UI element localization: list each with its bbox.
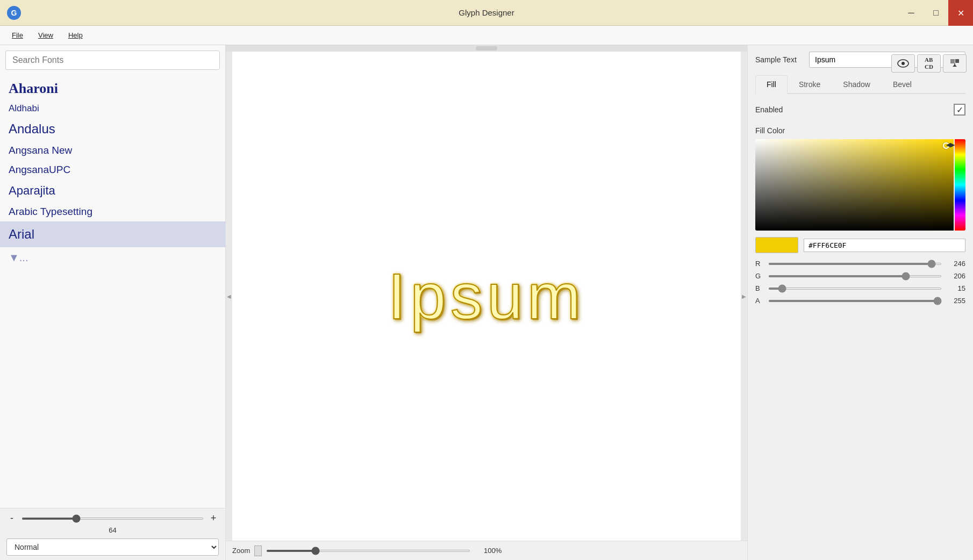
color-hex-input[interactable] — [804, 239, 965, 252]
g-slider-row: G 206 — [755, 272, 965, 280]
canvas-scroll-left[interactable]: ◀ — [226, 52, 232, 541]
help-menu[interactable]: Help — [61, 29, 90, 41]
zoom-slider[interactable] — [266, 550, 470, 552]
tab-shadow[interactable]: Shadow — [832, 75, 882, 93]
enabled-label: Enabled — [755, 105, 783, 114]
font-item-andalus[interactable]: Andalus — [0, 117, 225, 141]
size-slider[interactable] — [22, 518, 204, 520]
export-button[interactable] — [943, 54, 967, 73]
canvas-scroll-top — [226, 45, 747, 52]
tab-fill[interactable]: Fill — [755, 75, 788, 94]
canvas-inner: ◀ Ipsum ▶ — [226, 52, 747, 541]
svg-text:G: G — [11, 9, 17, 17]
font-item-angsanaupc[interactable]: AngsanaUPC — [0, 160, 225, 180]
enabled-checkbox[interactable]: ✓ — [954, 104, 965, 116]
b-slider-row: B 15 — [755, 284, 965, 292]
svg-rect-5 — [955, 59, 959, 63]
enabled-row: Enabled ✓ — [755, 102, 965, 118]
zoom-label: Zoom — [232, 547, 250, 555]
canvas-scroll-right[interactable]: ▶ — [741, 52, 747, 541]
r-slider[interactable] — [768, 263, 942, 265]
b-label: B — [755, 284, 764, 292]
text-view-button[interactable]: ABCD — [917, 54, 941, 73]
a-slider-row: A 255 — [755, 297, 965, 305]
sample-text-label: Sample Text — [755, 55, 804, 64]
style-dropdown[interactable]: Normal Bold Italic Bold Italic — [6, 539, 219, 556]
g-value: 206 — [946, 272, 965, 280]
r-label: R — [755, 260, 764, 268]
hue-arrow[interactable]: ◀▶ — [946, 141, 955, 148]
toolbar-right: ABCD — [891, 54, 967, 73]
g-label: G — [755, 272, 764, 280]
color-swatch-row — [755, 237, 965, 253]
restore-button[interactable]: □ — [924, 0, 948, 26]
r-slider-row: R 246 — [755, 260, 965, 268]
fill-color-label: Fill Color — [755, 126, 965, 135]
right-panel: Sample Text Fill Stroke Shadow Bevel Ena… — [747, 45, 973, 560]
search-input[interactable] — [5, 51, 220, 70]
font-item-angsana-new[interactable]: Angsana New — [0, 141, 225, 160]
canvas-area: ◀ Ipsum ▶ Zoom 100% — [226, 45, 747, 560]
size-increase-button[interactable]: + — [208, 513, 219, 524]
canvas-text-display: Ipsum — [388, 259, 585, 333]
window-controls: ─ □ ✕ — [899, 0, 973, 26]
b-slider[interactable] — [768, 288, 942, 290]
a-slider[interactable] — [768, 300, 942, 302]
svg-point-3 — [902, 62, 905, 65]
minimize-button[interactable]: ─ — [899, 0, 924, 26]
font-item-arial[interactable]: Arial — [0, 221, 225, 247]
main-layout: Aharoni Aldhabi Andalus Angsana New Angs… — [0, 45, 973, 560]
g-slider[interactable] — [768, 275, 942, 277]
font-list: Aharoni Aldhabi Andalus Angsana New Angs… — [0, 73, 225, 508]
view-menu[interactable]: View — [31, 29, 61, 41]
size-controls: - + 64 Normal Bold Italic Bold Italic — [0, 508, 225, 560]
window-title: Glyph Designer — [459, 8, 514, 17]
r-value: 246 — [946, 260, 965, 268]
size-decrease-button[interactable]: - — [6, 513, 17, 524]
title-bar: G Glyph Designer ─ □ ✕ — [0, 0, 973, 26]
left-panel: Aharoni Aldhabi Andalus Angsana New Angs… — [0, 45, 226, 560]
zoom-value: 100% — [475, 547, 502, 555]
a-label: A — [755, 297, 764, 305]
font-item-arabic-typesetting[interactable]: Arabic Typesetting — [0, 202, 225, 221]
size-value: 64 — [6, 526, 219, 534]
a-value: 255 — [946, 297, 965, 305]
svg-rect-4 — [950, 59, 955, 63]
menu-bar: File View Help ABCD — [0, 26, 973, 45]
color-picker-container[interactable]: ◀▶ — [755, 139, 965, 231]
preview-button[interactable] — [891, 54, 915, 73]
b-value: 15 — [946, 284, 965, 292]
font-item-aharoni[interactable]: Aharoni — [0, 75, 225, 100]
font-item-next[interactable]: ▼... — [0, 247, 225, 268]
tab-bevel[interactable]: Bevel — [882, 75, 923, 93]
app-icon: G — [6, 5, 22, 20]
color-swatch[interactable] — [755, 237, 798, 253]
tab-stroke[interactable]: Stroke — [788, 75, 832, 93]
canvas-bottom-bar: Zoom 100% — [226, 541, 747, 560]
font-item-aldhabi[interactable]: Aldhabi — [0, 100, 225, 117]
close-button[interactable]: ✕ — [948, 0, 973, 26]
font-item-aparajita[interactable]: Aparajita — [0, 180, 225, 202]
canvas-main[interactable]: Ipsum — [232, 52, 741, 541]
tabs-row: Fill Stroke Shadow Bevel — [755, 75, 965, 94]
zoom-thumb[interactable] — [254, 545, 262, 556]
file-menu[interactable]: File — [4, 29, 31, 41]
hue-bar[interactable] — [955, 139, 965, 231]
color-picker-gradient[interactable]: ◀▶ — [755, 139, 965, 231]
